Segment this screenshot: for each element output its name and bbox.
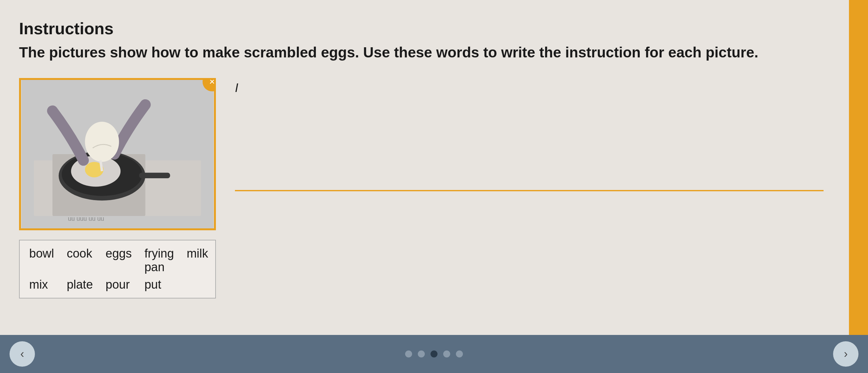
pagination-dots [405, 350, 463, 358]
svg-text:uu uuu uu uu: uu uuu uu uu [68, 215, 104, 222]
image-container: ✕ [19, 78, 216, 230]
dot-5 [456, 350, 463, 358]
word-mix: mix [29, 278, 54, 292]
word-put: put [145, 278, 174, 292]
dot-4 [443, 350, 450, 358]
bottom-navigation-bar: ‹ › [0, 335, 868, 373]
svg-rect-5 [139, 173, 170, 178]
word-bowl: bowl [29, 247, 54, 274]
dot-3-active [431, 350, 437, 358]
badge-icon: ✕ [209, 78, 215, 86]
text-cursor-area[interactable]: I [235, 81, 824, 95]
cursor-symbol: I [235, 81, 239, 95]
answer-line [235, 190, 824, 191]
left-panel: ✕ [19, 78, 216, 299]
dot-2 [418, 350, 425, 358]
svg-point-8 [85, 122, 119, 162]
page-title: Instructions [19, 19, 824, 38]
prev-button[interactable]: ‹ [9, 341, 35, 367]
word-pour: pour [106, 278, 132, 292]
scene-image: uu uuu uu uu [21, 80, 214, 228]
page-subtitle: The pictures show how to make scrambled … [19, 43, 824, 62]
right-accent-bar [849, 0, 868, 335]
word-eggs: eggs [106, 247, 132, 274]
content-area: ✕ [19, 78, 824, 299]
dot-1 [405, 350, 412, 358]
main-content: Instructions The pictures show how to ma… [0, 0, 849, 335]
right-panel: I [235, 78, 824, 191]
word-plate: plate [67, 278, 93, 292]
words-box: bowl cook eggs frying pan milk mix plate… [19, 240, 216, 299]
word-cook: cook [67, 247, 93, 274]
word-milk: milk [187, 247, 208, 274]
next-button[interactable]: › [833, 341, 859, 367]
word-fryingpan: frying pan [145, 247, 174, 274]
